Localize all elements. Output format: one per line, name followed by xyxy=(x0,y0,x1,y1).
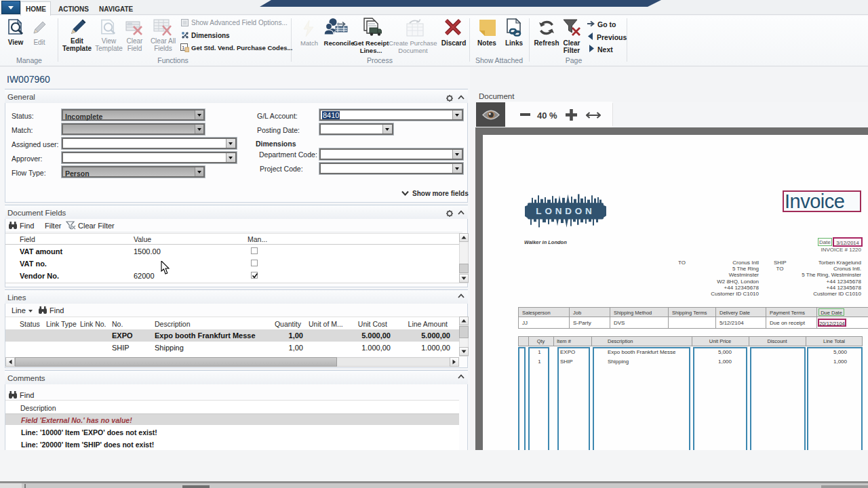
svg-text:LONDON: LONDON xyxy=(536,207,595,216)
svg-text:1: 1 xyxy=(182,45,185,51)
